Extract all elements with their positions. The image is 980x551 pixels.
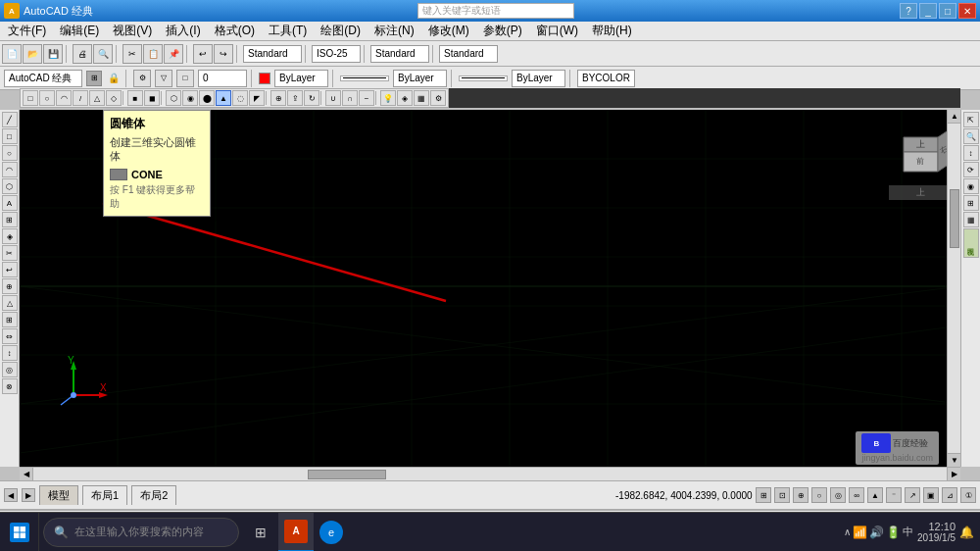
new-btn[interactable]: 📄 [2, 44, 22, 64]
win-search[interactable]: 🔍 在这里输入你要搜索的内容 [43, 518, 239, 547]
tb-small2[interactable]: ▽ [155, 70, 172, 87]
cone-btn[interactable]: ▲ [216, 90, 231, 106]
sb-dyn-icon[interactable]: ▲ [867, 487, 883, 503]
sb-model-icon[interactable]: ▣ [923, 487, 939, 503]
vtb9[interactable]: ✂ [2, 245, 18, 261]
sb-lw-icon[interactable]: ⁻ [886, 487, 902, 503]
vtb17[interactable]: ⊗ [2, 378, 18, 394]
layer-zero-combo[interactable]: 0 [198, 70, 247, 87]
tb-style3-combo[interactable]: Standard [439, 45, 498, 63]
vscroll-up-btn[interactable]: ▲ [948, 110, 961, 124]
hscroll-right-btn[interactable]: ▶ [947, 468, 960, 481]
tab-model[interactable]: 模型 [39, 485, 78, 505]
maximize-btn[interactable]: □ [939, 3, 956, 19]
sb-snap-icon[interactable]: ⊞ [756, 487, 771, 503]
tb-small3[interactable]: □ [176, 70, 194, 87]
vscroll-thumb[interactable] [950, 189, 959, 248]
region-btn[interactable]: ⊕ [270, 90, 286, 106]
wedge-btn[interactable]: ◤ [249, 90, 265, 106]
hscroll-left-btn[interactable]: ◀ [20, 468, 33, 481]
sb-qp-icon[interactable]: ↗ [905, 487, 920, 503]
open-btn[interactable]: 📂 [23, 44, 42, 64]
menu-item-file[interactable]: 文件(F) [2, 23, 52, 40]
h-scrollbar[interactable]: ◀ ▶ [20, 467, 960, 480]
menu-item-window[interactable]: 窗口(W) [530, 23, 584, 40]
cut-btn[interactable]: ✂ [122, 44, 142, 64]
sphere-btn[interactable]: ◉ [182, 90, 198, 106]
vtb15[interactable]: ↕ [2, 345, 18, 361]
rtb3[interactable]: ↕ [963, 145, 979, 161]
tray-notification[interactable]: 🔔 [959, 526, 974, 539]
menu-item-dim[interactable]: 标注(N) [368, 23, 420, 40]
renderset-btn[interactable]: ⚙ [430, 90, 446, 106]
tab-layout2[interactable]: 布局2 [131, 485, 176, 505]
minimize-btn[interactable]: _ [919, 3, 937, 19]
help-btn[interactable]: ? [900, 3, 917, 19]
prev-layout-btn[interactable]: ◀ [4, 488, 18, 502]
vtb2[interactable]: □ [2, 128, 18, 144]
menu-item-help[interactable]: 帮助(H) [586, 23, 638, 40]
menu-item-view[interactable]: 视图(V) [107, 23, 158, 40]
bylayer-line-combo[interactable]: ByLayer [393, 70, 447, 87]
intersect-btn[interactable]: ∩ [342, 90, 358, 106]
search-bar[interactable]: 键入关键字或短语 [417, 3, 574, 19]
lights-btn[interactable]: 💡 [380, 90, 396, 106]
sb-ortho-icon[interactable]: ⊕ [793, 487, 808, 503]
rtb-namedview[interactable]: 视图 [963, 228, 979, 258]
ie-taskbar-icon[interactable]: e [314, 513, 349, 552]
sb-scale-icon[interactable]: ⊿ [942, 487, 957, 503]
menu-item-draw[interactable]: 绘图(D) [315, 23, 367, 40]
text-style-combo[interactable]: Standard [243, 45, 302, 63]
sb-osnap-icon[interactable]: ◎ [830, 487, 846, 503]
search-input[interactable]: 键入关键字或短语 [422, 4, 501, 18]
sb-otrack-icon[interactable]: ∞ [849, 487, 864, 503]
vtb3[interactable]: ○ [2, 145, 18, 161]
tray-speaker[interactable]: 🔊 [869, 526, 884, 539]
tray-battery[interactable]: 🔋 [886, 526, 901, 539]
vtb7[interactable]: ⊞ [2, 212, 18, 227]
tray-network[interactable]: 📶 [853, 526, 867, 539]
cube-btn[interactable]: ⬡ [166, 90, 181, 106]
tb-small1[interactable]: ⚙ [133, 70, 151, 87]
union-btn[interactable]: ∪ [325, 90, 341, 106]
vtb13[interactable]: ⊞ [2, 312, 18, 327]
start-btn[interactable] [0, 513, 39, 552]
revolve-btn[interactable]: ↻ [304, 90, 319, 106]
view-cube[interactable]: 上 前 右 上 [889, 118, 953, 181]
vtb10[interactable]: ↩ [2, 262, 18, 277]
redo-btn[interactable]: ↪ [214, 44, 233, 64]
vtb8[interactable]: ◈ [2, 228, 18, 244]
rtb5[interactable]: ◉ [963, 178, 979, 194]
dim-style-combo[interactable]: ISO-25 [312, 45, 361, 63]
task-view-btn[interactable]: ⊞ [243, 513, 278, 552]
vtb14[interactable]: ⇔ [2, 328, 18, 344]
rtb2[interactable]: 🔍 [963, 128, 979, 144]
extrude-btn[interactable]: ⇪ [287, 90, 303, 106]
save-btn[interactable]: 💾 [43, 44, 63, 64]
tray-lang[interactable]: 中 [903, 525, 913, 539]
subtract-btn[interactable]: − [359, 90, 374, 106]
tab-layout1[interactable]: 布局1 [82, 485, 127, 505]
copy-btn[interactable]: 📋 [143, 44, 163, 64]
vscroll-track[interactable] [948, 124, 960, 453]
autocad-classic-combo[interactable]: AutoCAD 经典 [4, 70, 82, 87]
hscroll-thumb[interactable] [308, 470, 386, 479]
draw-triangle-btn[interactable]: △ [89, 90, 105, 106]
material-btn[interactable]: ◈ [397, 90, 413, 106]
menu-item-params[interactable]: 参数(P) [477, 23, 528, 40]
torus-btn[interactable]: ◌ [232, 90, 248, 106]
draw-line-btn[interactable]: / [73, 90, 88, 106]
cyl-btn[interactable]: ⬤ [199, 90, 215, 106]
sb-grid-icon[interactable]: ⊡ [774, 487, 790, 503]
hscroll-track[interactable] [33, 468, 947, 481]
vtb12[interactable]: △ [2, 295, 18, 311]
autocad-taskbar-icon[interactable]: A [278, 513, 314, 552]
vscroll-down-btn[interactable]: ▼ [948, 453, 961, 467]
draw-circle-btn[interactable]: ○ [39, 90, 55, 106]
preview-btn[interactable]: 🔍 [93, 44, 113, 64]
undo-btn[interactable]: ↩ [193, 44, 213, 64]
menu-item-modify[interactable]: 修改(M) [422, 23, 475, 40]
bycolor-combo[interactable]: BYCOLOR [577, 70, 635, 87]
vtb1[interactable]: ╱ [2, 112, 18, 127]
draw-arc-btn[interactable]: ◠ [56, 90, 72, 106]
